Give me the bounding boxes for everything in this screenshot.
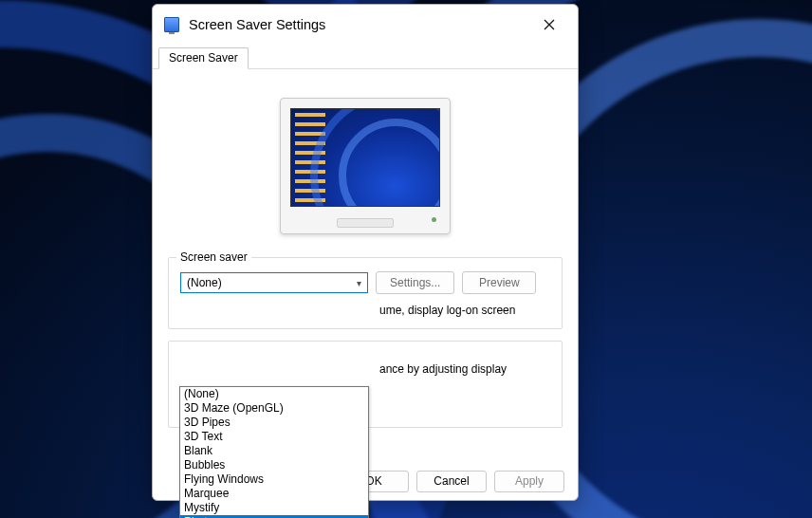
apply-button[interactable]: Apply — [494, 471, 564, 492]
chevron-down-icon: ▾ — [357, 278, 361, 288]
resume-checkbox-label-partial: ume, display log-on screen — [379, 304, 515, 317]
settings-button[interactable]: Settings... — [376, 271, 454, 294]
close-button[interactable] — [532, 11, 566, 38]
close-icon — [544, 19, 555, 30]
preview-monitor-area — [168, 86, 563, 257]
window-title: Screen Saver Settings — [189, 17, 325, 32]
dropdown-selected-value: (None) — [187, 276, 222, 289]
screen-saver-group: Screen saver (None) ▾ Settings... Previe… — [168, 257, 563, 329]
group-legend: Screen saver — [176, 250, 251, 264]
dropdown-option[interactable]: Flying Windows — [180, 472, 368, 487]
dropdown-option[interactable]: 3D Maze (OpenGL) — [180, 401, 368, 416]
dropdown-option[interactable]: 3D Pipes — [180, 416, 368, 430]
dropdown-option[interactable]: Marquee — [180, 487, 368, 501]
tab-content: Screen saver (None) ▾ Settings... Previe… — [153, 69, 578, 462]
preview-monitor-icon — [280, 98, 451, 234]
preview-screen — [290, 108, 440, 207]
tab-screen-saver[interactable]: Screen Saver — [158, 47, 249, 69]
screensaver-dropdown[interactable]: (None) ▾ — [180, 272, 368, 293]
power-text-partial: ance by adjusting display — [379, 362, 550, 376]
titlebar[interactable]: Screen Saver Settings — [153, 5, 578, 45]
preview-button[interactable]: Preview — [462, 271, 536, 294]
screensaver-dropdown-list[interactable]: (None)3D Maze (OpenGL)3D Pipes3D TextBla… — [179, 386, 369, 518]
dropdown-option[interactable]: Bubbles — [180, 458, 368, 472]
screensaver-icon — [164, 17, 179, 32]
dropdown-option[interactable]: (None) — [180, 387, 368, 401]
dropdown-option[interactable]: Mystify — [180, 501, 368, 515]
desktop-background: Screen Saver Settings Screen Saver — [0, 0, 812, 518]
dropdown-option[interactable]: Blank — [180, 444, 368, 458]
cancel-button[interactable]: Cancel — [416, 471, 487, 492]
dropdown-option[interactable]: 3D Text — [180, 430, 368, 444]
screensaver-settings-dialog: Screen Saver Settings Screen Saver — [152, 4, 579, 501]
tabstrip: Screen Saver — [153, 45, 578, 69]
